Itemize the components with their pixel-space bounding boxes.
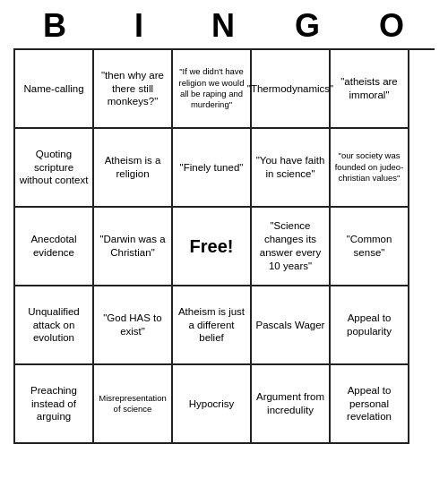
bingo-cell-10[interactable]: Anecdotal evidence xyxy=(15,208,94,286)
bingo-cell-1[interactable]: "then why are there still monkeys?" xyxy=(94,50,173,129)
bingo-cell-24[interactable]: Appeal to personal revelation xyxy=(331,365,409,444)
bingo-cell-17[interactable]: Atheism is just a different belief xyxy=(173,286,252,365)
bingo-cell-0[interactable]: Name-calling xyxy=(15,50,94,129)
bingo-cell-11[interactable]: "Darwin was a Christian" xyxy=(94,208,173,286)
bingo-cell-14[interactable]: "Common sense" xyxy=(331,208,409,286)
bingo-cell-21[interactable]: Misrepresentation of science xyxy=(94,365,173,444)
bingo-cell-23[interactable]: Argument from incredulity xyxy=(252,365,331,444)
bingo-cell-19[interactable]: Appeal to popularity xyxy=(331,286,409,365)
bingo-grid: Name-calling"then why are there still mo… xyxy=(13,48,435,444)
bingo-cell-18[interactable]: Pascals Wager xyxy=(252,286,331,365)
letter-o: O xyxy=(353,7,432,45)
letter-b: B xyxy=(16,7,95,45)
bingo-cell-2[interactable]: "If we didn't have religion we would all… xyxy=(173,50,252,129)
bingo-cell-4[interactable]: "atheists are immoral" xyxy=(331,50,409,129)
bingo-cell-22[interactable]: Hypocrisy xyxy=(173,365,252,444)
bingo-cell-15[interactable]: Unqualified attack on evolution xyxy=(15,286,94,365)
bingo-cell-7[interactable]: "Finely tuned" xyxy=(173,129,252,208)
bingo-cell-9[interactable]: "our society was founded on judeo-christ… xyxy=(331,129,409,208)
bingo-cell-5[interactable]: Quoting scripture without context xyxy=(15,129,94,208)
bingo-cell-12[interactable]: Free! xyxy=(173,208,252,286)
bingo-cell-16[interactable]: "God HAS to exist" xyxy=(94,286,173,365)
letter-g: G xyxy=(269,7,348,45)
bingo-cell-13[interactable]: "Science changes its answer every 10 yea… xyxy=(252,208,331,286)
letter-n: N xyxy=(185,7,263,45)
bingo-cell-3[interactable]: "Thermodynamics" xyxy=(252,50,331,129)
bingo-cell-6[interactable]: Atheism is a religion xyxy=(94,129,173,208)
bingo-cell-20[interactable]: Preaching instead of arguing xyxy=(15,365,94,444)
bingo-cell-8[interactable]: "You have faith in science" xyxy=(252,129,331,208)
letter-i: I xyxy=(100,7,179,45)
bingo-title: B I N G O xyxy=(13,0,435,48)
